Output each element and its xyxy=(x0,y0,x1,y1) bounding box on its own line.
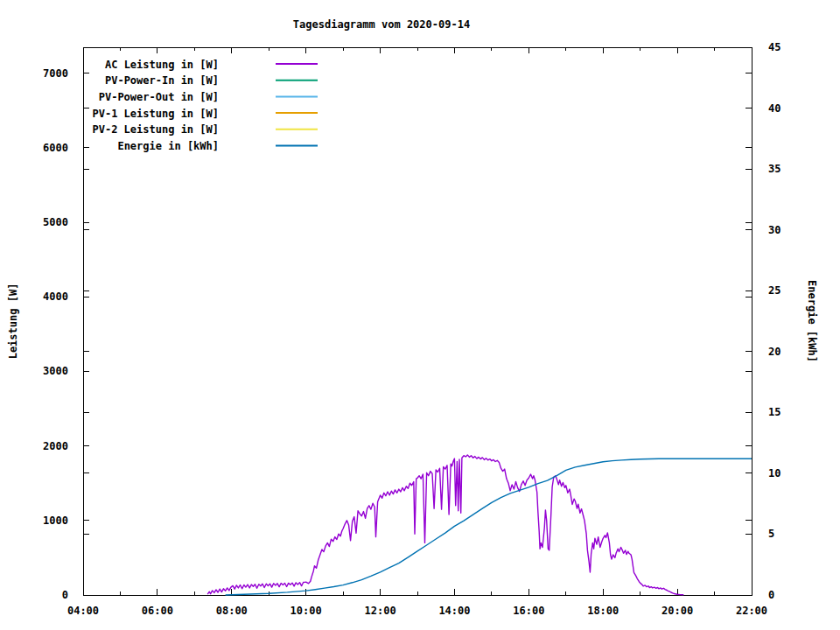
y2-tick-label: 35 xyxy=(768,163,780,175)
y1-tick-label: 6000 xyxy=(43,142,68,154)
y2-tick-label: 20 xyxy=(768,346,780,358)
y2-tick-label: 0 xyxy=(768,589,774,601)
legend-entry-label: PV-Power-In in [W] xyxy=(105,74,219,87)
x-tick-label: 16:00 xyxy=(513,605,544,617)
x-tick-label: 18:00 xyxy=(587,605,619,617)
ac-curve xyxy=(207,455,683,595)
y1-tick-label: 7000 xyxy=(43,67,68,80)
legend-entry-label: PV-Power-Out in [W] xyxy=(99,91,219,103)
x-tick-label: 04:00 xyxy=(67,605,99,617)
chart-title: Tagesdiagramm vom 2020-09-14 xyxy=(293,18,470,31)
y1-tick-label: 3000 xyxy=(43,365,68,377)
x-tick-label: 06:00 xyxy=(142,605,173,617)
x-tick-label: 10:00 xyxy=(290,605,322,617)
y-axis-label: Leistung [W] xyxy=(7,284,19,360)
y2-tick-label: 40 xyxy=(768,102,780,115)
y1-tick-label: 1000 xyxy=(43,514,68,527)
legend-entry-label: PV-1 Leistung in [W] xyxy=(93,108,220,120)
x-tick-label: 20:00 xyxy=(662,605,693,617)
y1-tick-label: 5000 xyxy=(43,216,68,228)
energie-curve xyxy=(226,458,752,595)
data-curves xyxy=(207,455,752,595)
legend-entry-label: AC Leistung in [W] xyxy=(105,59,219,71)
x-tick-label: 12:00 xyxy=(364,605,396,617)
x-tick-label: 22:00 xyxy=(736,605,767,617)
y2-tick-label: 30 xyxy=(768,224,780,236)
legend-entry-label: Energie in [kWh] xyxy=(117,140,219,152)
tagesdiagramm-chart: Tagesdiagramm vom 2020-09-14 Leistung [W… xyxy=(0,0,840,630)
y1-tick-label: 2000 xyxy=(43,440,68,452)
y2-tick-label: 5 xyxy=(768,528,774,540)
legend: AC Leistung in [W]PV-Power-In in [W]PV-P… xyxy=(93,59,318,153)
y2-tick-label: 25 xyxy=(768,284,780,297)
y2-tick-label: 45 xyxy=(768,41,780,53)
y2-tick-label: 10 xyxy=(768,467,780,480)
chart-canvas: Tagesdiagramm vom 2020-09-14 Leistung [W… xyxy=(0,0,840,630)
y1-tick-label: 4000 xyxy=(43,290,68,303)
y2-axis-label: Energie [kWh] xyxy=(806,280,818,362)
x-tick-label: 14:00 xyxy=(438,605,470,617)
legend-entry-label: PV-2 Leistung in [W] xyxy=(93,123,220,136)
y2-tick-label: 15 xyxy=(768,406,780,418)
y1-tick-label: 0 xyxy=(62,589,68,601)
x-tick-label: 08:00 xyxy=(216,605,248,617)
